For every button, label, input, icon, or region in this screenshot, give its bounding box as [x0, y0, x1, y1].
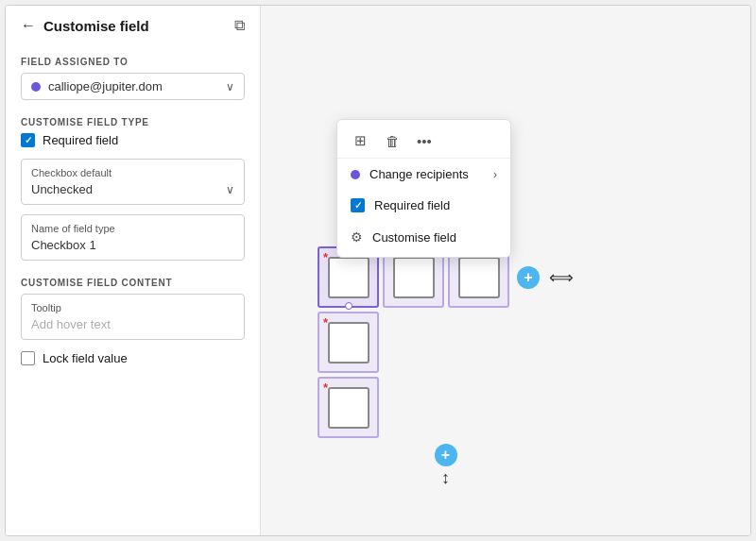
required-field-row[interactable]: Required field	[21, 133, 245, 147]
back-arrow-icon[interactable]: ←	[21, 17, 36, 34]
name-field-type-value: Checkbox 1	[31, 238, 234, 252]
resize-handle-1-1[interactable]	[345, 302, 352, 310]
required-field-checkbox[interactable]	[21, 133, 35, 147]
field-box-inner-1-2	[393, 257, 435, 298]
required-star-1-1: *	[323, 250, 328, 264]
copy-button[interactable]: ⧉	[234, 17, 245, 34]
add-row-button[interactable]: +	[435, 444, 457, 466]
field-box-3-1[interactable]: *	[318, 377, 379, 438]
trash-icon[interactable]: 🗑	[381, 129, 404, 152]
tooltip-placeholder: Add hover text	[31, 317, 234, 331]
assigned-to-dropdown[interactable]: calliope@jupiter.dom ∨	[21, 73, 245, 100]
required-field-menu-checkbox[interactable]	[351, 198, 365, 212]
change-recipients-label: Change recipients	[369, 167, 469, 181]
customise-content-section-label: CUSTOMISE FIELD CONTENT	[21, 278, 245, 288]
lock-field-label: Lock field value	[43, 351, 128, 365]
assigned-dot-icon	[31, 82, 41, 92]
field-box-inner-1-1	[328, 257, 369, 298]
resize-horizontal-icon[interactable]: ⟺	[549, 267, 574, 288]
name-field-type-label: Name of field type	[31, 223, 234, 234]
fields-row-2: *	[318, 312, 574, 373]
fields-container: * * * + ⟺	[318, 246, 574, 488]
right-panel: ⊞ 🗑 ••• Change recipients › Required fie…	[261, 6, 750, 535]
field-assigned-section-label: FIELD ASSIGNED TO	[21, 57, 245, 67]
change-recipients-dot-icon	[351, 170, 360, 179]
assigned-to-value: calliope@jupiter.dom	[48, 79, 226, 93]
required-star-2-1: *	[323, 315, 328, 330]
field-box-2-1[interactable]: *	[318, 312, 379, 373]
required-field-menu-item[interactable]: Required field	[337, 190, 510, 221]
sliders-icon: ⚙	[351, 229, 363, 245]
customise-field-menu-label: Customise field	[372, 230, 456, 245]
required-star-3-1: *	[323, 380, 328, 395]
lock-field-row[interactable]: Lock field value	[21, 351, 245, 365]
checkbox-default-select[interactable]: Unchecked ∨	[31, 182, 234, 196]
grid-icon[interactable]: ⊞	[349, 129, 371, 152]
resize-vertical-icon[interactable]: ↕	[441, 468, 450, 488]
checkbox-default-label: Checkbox default	[31, 167, 234, 178]
panel-title: Customise field	[43, 18, 149, 34]
assigned-to-chevron-icon[interactable]: ∨	[226, 80, 234, 93]
back-header[interactable]: ← Customise field ⧉	[21, 17, 245, 34]
field-box-inner-3-1	[328, 387, 369, 429]
lock-field-checkbox[interactable]	[21, 351, 35, 365]
checkbox-default-group: Checkbox default Unchecked ∨	[21, 159, 245, 205]
name-field-type-group: Name of field type Checkbox 1	[21, 214, 245, 261]
context-menu-toolbar: ⊞ 🗑 •••	[337, 124, 510, 159]
change-recipients-item[interactable]: Change recipients ›	[337, 159, 510, 190]
checkbox-default-chevron-icon[interactable]: ∨	[226, 183, 234, 196]
left-panel: ← Customise field ⧉ FIELD ASSIGNED TO ca…	[6, 6, 261, 535]
tooltip-field-group[interactable]: Tooltip Add hover text	[21, 294, 245, 340]
add-row-area: + ↕	[318, 444, 574, 488]
required-field-label: Required field	[43, 133, 118, 147]
customise-field-menu-item[interactable]: ⚙ Customise field	[337, 221, 510, 253]
fields-row-3: *	[318, 377, 574, 438]
required-field-menu-label: Required field	[374, 198, 450, 212]
add-column-button[interactable]: +	[517, 266, 540, 289]
change-recipients-chevron-icon: ›	[493, 168, 497, 181]
ellipsis-icon[interactable]: •••	[413, 129, 436, 152]
customise-type-section-label: CUSTOMISE FIELD TYPE	[21, 117, 245, 127]
field-box-inner-1-3	[458, 257, 500, 298]
checkbox-default-value: Unchecked	[31, 182, 226, 196]
tooltip-label: Tooltip	[31, 302, 234, 313]
field-box-inner-2-1	[328, 322, 369, 363]
app-window: ← Customise field ⧉ FIELD ASSIGNED TO ca…	[5, 5, 751, 536]
context-menu: ⊞ 🗑 ••• Change recipients › Required fie…	[336, 119, 511, 258]
